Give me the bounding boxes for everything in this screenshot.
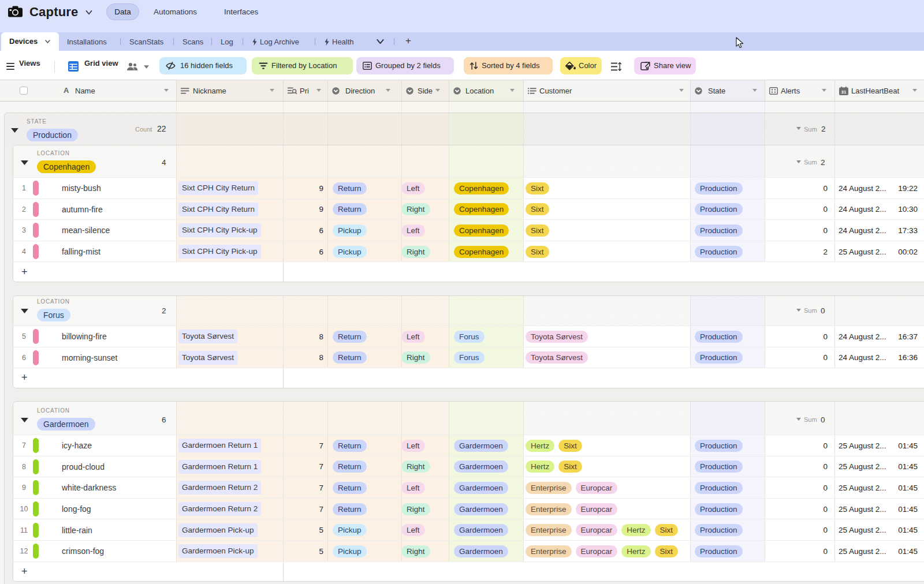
svg-text:31: 31 (841, 89, 846, 95)
